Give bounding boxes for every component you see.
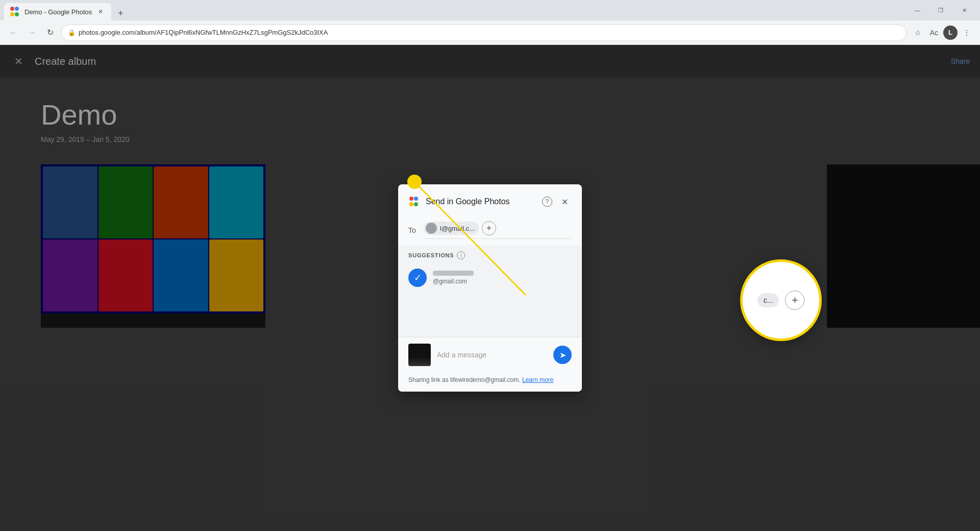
close-button[interactable]: ✕ <box>952 3 976 17</box>
email-chip[interactable]: l@gmail.c... <box>424 222 479 235</box>
chip-email-text: l@gmail.c... <box>440 225 475 232</box>
forward-button[interactable]: → <box>24 26 39 40</box>
to-label: To <box>408 226 419 234</box>
dialog-title: Send in Google Photos <box>426 197 537 206</box>
refresh-button[interactable]: ↻ <box>43 26 57 40</box>
suggestions-info-icon[interactable]: i <box>457 251 465 259</box>
suggestions-text: SUGGESTIONS <box>408 252 454 258</box>
url-text: photos.google.com/album/AF1QipPnl6xNGfwT… <box>79 29 900 36</box>
dialog-close-button[interactable]: ✕ <box>557 195 572 209</box>
profile-avatar[interactable]: L <box>943 26 958 40</box>
acrobat-icon[interactable]: Ac <box>927 26 941 40</box>
tab-bar: Demo - Google Photos ✕ + — ❐ ✕ <box>0 0 980 20</box>
bookmark-icon[interactable]: ☆ <box>911 26 925 40</box>
address-bar: ← → ↻ 🔒 photos.google.com/album/AF1QipPn… <box>0 20 980 45</box>
message-area: Add a message ➤ <box>398 337 582 372</box>
modal-overlay: Send in Google Photos ? ✕ To l@gmail.c..… <box>0 45 980 531</box>
menu-icon[interactable]: ⋮ <box>960 26 974 40</box>
suggestion-email-1: @gmail.com <box>433 278 572 285</box>
zoom-chip: c... <box>757 293 779 307</box>
thumb-dark <box>408 344 431 366</box>
google-photos-logo <box>408 196 421 208</box>
to-field: To l@gmail.c... + <box>398 217 582 245</box>
lock-icon: 🔒 <box>68 29 76 36</box>
url-bar[interactable]: 🔒 photos.google.com/album/AF1QipPnl6xNGf… <box>61 25 906 41</box>
to-chip-area[interactable]: l@gmail.c... + <box>424 221 572 239</box>
new-tab-button[interactable]: + <box>113 6 128 20</box>
minimize-button[interactable]: — <box>905 3 929 17</box>
back-button[interactable]: ← <box>6 26 20 40</box>
suggestion-checkbox[interactable]: ✓ <box>408 269 427 287</box>
suggestions-label: SUGGESTIONS i <box>408 251 572 259</box>
suggestion-item-1[interactable]: ✓ @gmail.com <box>408 266 572 290</box>
help-button[interactable]: ? <box>542 197 552 207</box>
tab-title: Demo - Google Photos <box>24 8 92 16</box>
suggestion-name-placeholder <box>433 271 474 276</box>
browser-frame: Demo - Google Photos ✕ + — ❐ ✕ ← → ↻ 🔒 p… <box>0 0 980 531</box>
app-content: ✕ Create album Share Demo May 29, 2019 –… <box>0 45 980 531</box>
active-tab[interactable]: Demo - Google Photos ✕ <box>4 3 111 20</box>
window-controls: — ❐ ✕ <box>905 3 976 20</box>
send-icon: ➤ <box>559 350 566 360</box>
zoom-add-button[interactable]: + <box>785 291 804 310</box>
dialog-footer: Sharing link as lifewiredemo@gmail.com. … <box>398 372 582 392</box>
send-dialog: Send in Google Photos ? ✕ To l@gmail.c..… <box>398 184 582 392</box>
toolbar-icons: ☆ Ac L ⋮ <box>911 26 974 40</box>
message-thumbnail <box>408 344 431 366</box>
chip-avatar <box>426 223 437 234</box>
dialog-header: Send in Google Photos ? ✕ <box>398 184 582 217</box>
tab-close-button[interactable]: ✕ <box>96 7 105 16</box>
add-recipient-button[interactable]: + <box>482 221 496 235</box>
restore-button[interactable]: ❐ <box>929 3 952 17</box>
message-input[interactable]: Add a message <box>437 351 547 359</box>
learn-more-link[interactable]: Learn more <box>522 376 553 383</box>
footer-text: Sharing link as lifewiredemo@gmail.com. <box>408 376 521 383</box>
suggestion-info-1: @gmail.com <box>433 271 572 285</box>
send-button[interactable]: ➤ <box>553 346 572 364</box>
zoom-circle: c... + <box>740 259 822 341</box>
tab-favicon <box>10 7 20 17</box>
checkmark-icon: ✓ <box>414 272 422 283</box>
suggestions-section: SUGGESTIONS i ✓ @gmail.com <box>398 245 582 337</box>
